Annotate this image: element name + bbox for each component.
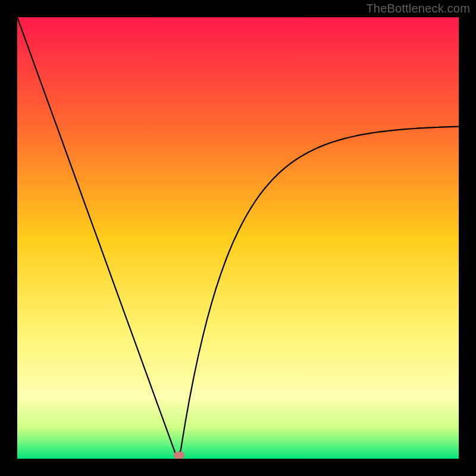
minimum-marker [174,452,184,459]
plot-area [17,17,459,459]
chart-frame: TheBottleneck.com [0,0,476,476]
watermark-text: TheBottleneck.com [366,2,470,15]
bottleneck-curve [17,17,459,459]
